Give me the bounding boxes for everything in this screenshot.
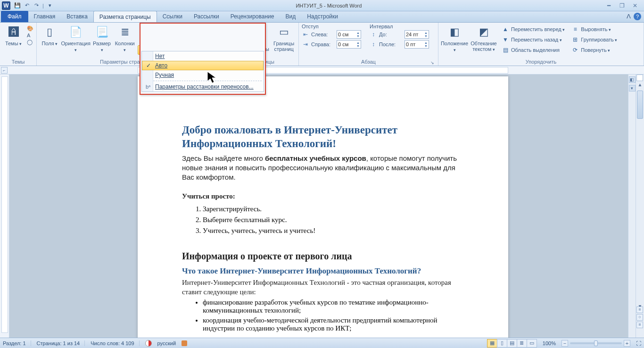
columns-button[interactable]: ≣Колонки <box>115 24 135 53</box>
theme-effects-icon[interactable]: ◯ <box>27 39 33 45</box>
tab-insert[interactable]: Вставка <box>61 11 93 22</box>
space-after-icon: ↕ <box>370 41 377 48</box>
rotate-button[interactable]: ⟳Повернуть <box>570 45 619 55</box>
view-draft-icon[interactable]: ▭ <box>527 339 537 348</box>
indent-left-input[interactable]: 0 см▲▼ <box>337 30 361 39</box>
file-tab[interactable]: Файл <box>1 11 28 22</box>
hyphenation-auto[interactable]: ✓Авто <box>142 61 264 70</box>
view-web-layout-icon[interactable]: ▤ <box>507 339 517 348</box>
vertical-scrollbar[interactable]: ▲ ▼ ≡ ○ ≡ <box>636 75 644 338</box>
status-word-count[interactable]: Число слов: 4 109 <box>91 340 139 346</box>
position-icon: ◧ <box>447 25 462 40</box>
group-objects-button[interactable]: ⊞Группировать <box>570 35 619 44</box>
tab-selector-icon[interactable]: ⌐ <box>1 67 8 74</box>
view-buttons: ▦ ▯ ▤ ≣ ▭ <box>487 339 537 348</box>
tab-addins[interactable]: Надстройки <box>301 11 344 22</box>
horizontal-ruler[interactable]: ⌐ <box>0 66 644 75</box>
zoom-slider: − + <box>561 340 630 347</box>
margins-button[interactable]: ▯Поля <box>40 24 60 47</box>
zoom-in-icon[interactable]: + <box>624 340 630 347</box>
select-browse-object-icon[interactable]: ○ <box>636 314 643 321</box>
ribbon: 🅰 Темы 🎨 A ◯ Темы ▯Поля 📄Ориентация 📃Раз… <box>0 23 644 66</box>
qat-separator: | <box>42 3 44 8</box>
indent-right-input[interactable]: 0 см▲▼ <box>337 40 361 49</box>
undo-icon[interactable]: ↶ <box>23 1 31 10</box>
space-after-input[interactable]: 0 пт▲▼ <box>405 40 429 49</box>
send-backward-button[interactable]: ▼Переместить назад <box>500 35 567 44</box>
redo-icon[interactable]: ↷ <box>32 1 41 10</box>
view-outline-icon[interactable]: ≣ <box>517 339 527 348</box>
tab-mailings[interactable]: Рассылки <box>188 11 225 22</box>
orientation-button[interactable]: 📄Ориентация <box>63 24 89 53</box>
zoom-track[interactable] <box>570 342 622 344</box>
help-icon[interactable]: ? <box>634 13 641 20</box>
vertical-ruler[interactable] <box>0 75 9 338</box>
view-print-layout-icon[interactable]: ▦ <box>487 339 497 348</box>
theme-fonts-icon[interactable]: A <box>27 33 33 38</box>
doc-heading-2: Информация о проекте от первого лица <box>182 251 464 262</box>
next-page-icon[interactable]: ≡ <box>636 322 643 328</box>
save-icon[interactable]: 💾 <box>13 1 22 10</box>
status-section[interactable]: Раздел: 1 <box>3 340 31 346</box>
hyphenation-options-icon: bᵃ <box>144 84 152 90</box>
position-button[interactable]: ◧Положение <box>441 24 468 53</box>
zoom-out-icon[interactable]: − <box>561 340 568 347</box>
bring-forward-button[interactable]: ▲Переместить вперед <box>500 25 567 34</box>
zoom-level[interactable]: 100% <box>543 340 556 346</box>
zoom-fit-icon[interactable]: ⛶ <box>636 340 641 346</box>
align-button[interactable]: ≡Выровнять <box>570 25 619 34</box>
page-borders-button[interactable]: ▭Границы страниц <box>272 24 296 52</box>
indent-header: Отступ <box>302 24 361 29</box>
doc-subhead: Учиться просто: <box>182 191 464 201</box>
browse-object-controls: ≡ ○ ≡ <box>636 307 643 328</box>
quick-access-toolbar: 💾 ↶ ↷ | ▾ <box>13 1 54 10</box>
group-label-themes: Темы <box>3 58 33 66</box>
selection-pane-button[interactable]: ▤Область выделения <box>500 45 567 55</box>
macro-record-icon[interactable] <box>182 340 187 346</box>
size-button[interactable]: 📃Размер <box>92 24 112 53</box>
status-language[interactable]: русский <box>157 340 176 346</box>
send-backward-icon: ▼ <box>502 36 509 43</box>
ribbon-minimize-icon[interactable]: ᐱ <box>627 13 631 20</box>
mini-pane-icon[interactable]: ◧ <box>629 76 636 83</box>
scroll-up-icon[interactable]: ▲ <box>636 82 644 90</box>
qat-customize-icon[interactable]: ▾ <box>46 1 54 10</box>
tab-references[interactable]: Ссылки <box>157 11 188 22</box>
group-arrange: ◧Положение ◩Обтекание текстом ▲Перемести… <box>438 23 644 66</box>
hyphenation-none[interactable]: Нет <box>142 51 264 61</box>
wrap-text-icon: ◩ <box>476 25 491 40</box>
group-icon: ⊞ <box>571 36 579 43</box>
hyphenation-options[interactable]: bᵃПараметры расстановки переносов... <box>142 82 264 91</box>
wrap-text-button[interactable]: ◩Обтекание текстом <box>471 24 497 52</box>
minimize-icon[interactable]: ━ <box>603 2 614 9</box>
check-icon: ✓ <box>146 62 151 69</box>
list-item: Учитесь, учитесь, учитесь и учитесь! <box>203 227 464 235</box>
view-full-screen-icon[interactable]: ▯ <box>497 339 507 348</box>
list-item: координация учебно-методической деятельн… <box>203 316 464 332</box>
hyphenation-dropdown: Нет ✓Авто Ручная bᵃПараметры расстановки… <box>140 23 266 95</box>
mini-pane-icon[interactable]: ▾ <box>629 85 636 91</box>
tab-home[interactable]: Главная <box>28 11 61 22</box>
restore-icon[interactable]: ❐ <box>617 2 627 9</box>
tab-page-layout[interactable]: Разметка страницы <box>93 11 157 22</box>
themes-button[interactable]: 🅰 Темы <box>3 24 24 47</box>
ruler-toggle-icon[interactable] <box>636 75 643 81</box>
status-bar: Раздел: 1 Страница: 1 из 14 Число слов: … <box>0 338 644 348</box>
tab-review[interactable]: Рецензирование <box>225 11 280 22</box>
hyphenation-manual[interactable]: Ручная <box>142 70 264 80</box>
doc-ordered-list: Зарегистрируйтесь. Выберите бесплатный к… <box>203 205 464 235</box>
page[interactable]: Добро пожаловать в Интернет-Университет … <box>138 76 508 338</box>
scrollbar-thumb[interactable] <box>637 91 643 119</box>
prev-page-icon[interactable]: ≡ <box>636 307 643 313</box>
group-label-paragraph[interactable]: Абзац <box>302 58 435 66</box>
columns-icon: ≣ <box>117 25 132 40</box>
theme-colors-icon[interactable]: 🎨 <box>27 25 33 32</box>
proofing-icon[interactable] <box>145 340 152 347</box>
align-icon: ≡ <box>571 25 579 33</box>
zoom-knob[interactable] <box>594 340 598 346</box>
space-before-input[interactable]: 24 пт▲▼ <box>405 30 429 39</box>
close-icon[interactable]: ✕ <box>630 2 640 9</box>
spacing-header: Интервал <box>370 24 429 29</box>
tab-view[interactable]: Вид <box>280 11 301 22</box>
status-page[interactable]: Страница: 1 из 14 <box>37 340 85 346</box>
